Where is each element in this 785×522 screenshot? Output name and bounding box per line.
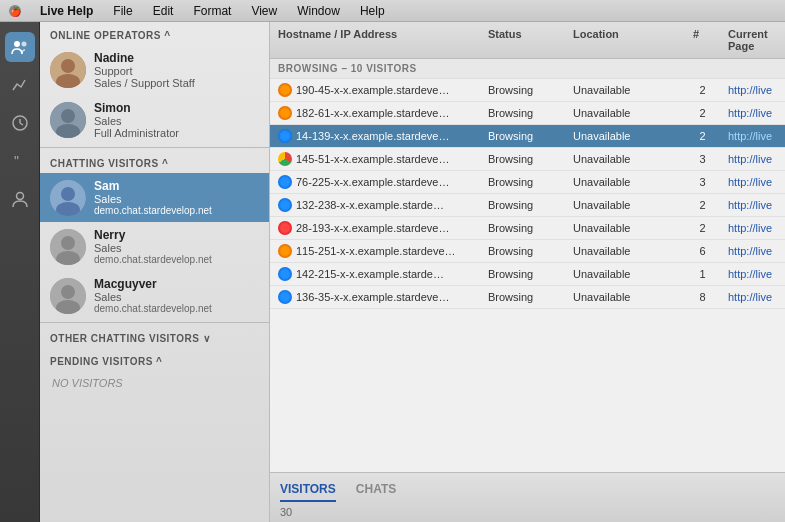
cell-page: http://live xyxy=(720,126,785,146)
cell-status: Browsing xyxy=(480,218,565,238)
operators-icon-btn[interactable] xyxy=(5,32,35,62)
cell-count: 2 xyxy=(685,103,720,123)
cell-page: http://live xyxy=(720,218,785,238)
visitor-macguyver-info: Macguyver Sales demo.chat.stardevelop.ne… xyxy=(94,277,212,314)
menubar: 🍎 Live Help File Edit Format View Window… xyxy=(0,0,785,22)
ie-icon xyxy=(278,290,292,304)
visitor-macguyver[interactable]: Macguyver Sales demo.chat.stardevelop.ne… xyxy=(40,271,269,320)
table-row[interactable]: 182-61-x-x.example.stardeve… Browsing Un… xyxy=(270,102,785,125)
visitor-sam[interactable]: Sam Sales demo.chat.stardevelop.net xyxy=(40,173,269,222)
ff-icon xyxy=(278,106,292,120)
operator-nadine-info: Nadine Support Sales / Support Staff xyxy=(94,51,195,89)
main-content: Hostname / IP Address Status Location # … xyxy=(270,22,785,522)
table-row[interactable]: 115-251-x-x.example.stardeve… Browsing U… xyxy=(270,240,785,263)
cell-count: 6 xyxy=(685,241,720,261)
th-page: Current Page xyxy=(720,26,785,54)
visitor-nerry-role: Sales xyxy=(94,242,212,254)
svg-text:🍎: 🍎 xyxy=(10,6,22,18)
operator-simon-info: Simon Sales Full Administrator xyxy=(94,101,179,139)
operator-nadine[interactable]: Nadine Support Sales / Support Staff xyxy=(40,45,269,95)
table-row[interactable]: 14-139-x-x.example.stardeve… Browsing Un… xyxy=(270,125,785,148)
svg-point-19 xyxy=(61,236,75,250)
cell-hostname: 145-51-x-x.example.stardeve… xyxy=(270,148,480,170)
cell-count: 3 xyxy=(685,149,720,169)
person-icon-btn[interactable] xyxy=(5,184,35,214)
menu-edit[interactable]: Edit xyxy=(151,4,176,18)
th-hash: # xyxy=(685,26,720,54)
menu-livehelp[interactable]: Live Help xyxy=(38,4,95,18)
visitor-sam-site: demo.chat.stardevelop.net xyxy=(94,205,212,216)
operator-simon[interactable]: Simon Sales Full Administrator xyxy=(40,95,269,145)
visitor-sam-role: Sales xyxy=(94,193,212,205)
cell-hostname: 115-251-x-x.example.stardeve… xyxy=(270,240,480,262)
cell-hostname: 14-139-x-x.example.stardeve… xyxy=(270,125,480,147)
visitor-count: 30 xyxy=(270,506,785,522)
cell-count: 2 xyxy=(685,80,720,100)
ff-icon xyxy=(278,244,292,258)
chatting-visitors-header: CHATTING VISITORS ^ xyxy=(40,150,269,173)
visitor-nerry-name: Nerry xyxy=(94,228,212,242)
table-row[interactable]: 142-215-x-x.example.starde… Browsing Una… xyxy=(270,263,785,286)
cell-page: http://live xyxy=(720,172,785,192)
pending-header: PENDING VISITORS ^ xyxy=(40,348,269,371)
quote-icon-btn[interactable]: " xyxy=(5,146,35,176)
divider-1 xyxy=(40,147,269,148)
cell-location: Unavailable xyxy=(565,195,685,215)
table-row[interactable]: 145-51-x-x.example.stardeve… Browsing Un… xyxy=(270,148,785,171)
cell-count: 1 xyxy=(685,264,720,284)
visitor-macguyver-site: demo.chat.stardevelop.net xyxy=(94,303,212,314)
cell-status: Browsing xyxy=(480,195,565,215)
cell-hostname: 132-238-x-x.example.starde… xyxy=(270,194,480,216)
menu-help[interactable]: Help xyxy=(358,4,387,18)
cell-count: 2 xyxy=(685,195,720,215)
cell-location: Unavailable xyxy=(565,218,685,238)
table-row[interactable]: 76-225-x-x.example.stardeve… Browsing Un… xyxy=(270,171,785,194)
table-row[interactable]: 136-35-x-x.example.stardeve… Browsing Un… xyxy=(270,286,785,309)
tab-chats[interactable]: CHATS xyxy=(356,478,396,502)
tab-visitors[interactable]: VISITORS xyxy=(280,478,336,502)
operator-nadine-extra: Sales / Support Staff xyxy=(94,77,195,89)
cell-status: Browsing xyxy=(480,287,565,307)
chrome-icon xyxy=(278,152,292,166)
browsing-section-header: BROWSING – 10 VISITORS xyxy=(270,59,785,79)
graph-icon-btn[interactable] xyxy=(5,70,35,100)
menu-view[interactable]: View xyxy=(249,4,279,18)
menu-file[interactable]: File xyxy=(111,4,134,18)
avatar-simon xyxy=(50,102,86,138)
clock-icon-btn[interactable] xyxy=(5,108,35,138)
visitor-nerry[interactable]: Nerry Sales demo.chat.stardevelop.net xyxy=(40,222,269,271)
cell-page: http://live xyxy=(720,287,785,307)
svg-point-10 xyxy=(61,59,75,73)
cell-hostname: 28-193-x-x.example.stardeve… xyxy=(270,217,480,239)
app-logo: 🍎 xyxy=(8,4,22,18)
operator-simon-role: Sales xyxy=(94,115,179,127)
cell-location: Unavailable xyxy=(565,103,685,123)
ie-icon xyxy=(278,198,292,212)
operator-simon-extra: Full Administrator xyxy=(94,127,179,139)
cell-page: http://live xyxy=(720,241,785,261)
cell-status: Browsing xyxy=(480,103,565,123)
menu-window[interactable]: Window xyxy=(295,4,342,18)
cell-status: Browsing xyxy=(480,264,565,284)
cell-location: Unavailable xyxy=(565,149,685,169)
cell-count: 8 xyxy=(685,287,720,307)
cell-status: Browsing xyxy=(480,149,565,169)
svg-point-13 xyxy=(61,109,75,123)
cell-count: 2 xyxy=(685,126,720,146)
table-row[interactable]: 28-193-x-x.example.stardeve… Browsing Un… xyxy=(270,217,785,240)
cell-page: http://live xyxy=(720,103,785,123)
table-row[interactable]: 132-238-x-x.example.starde… Browsing Una… xyxy=(270,194,785,217)
avatar-nadine xyxy=(50,52,86,88)
cell-status: Browsing xyxy=(480,172,565,192)
visitor-nerry-site: demo.chat.stardevelop.net xyxy=(94,254,212,265)
menu-format[interactable]: Format xyxy=(191,4,233,18)
ie-icon xyxy=(278,267,292,281)
avatar-macguyver xyxy=(50,278,86,314)
cell-page: http://live xyxy=(720,80,785,100)
tab-bar: VISITORS CHATS xyxy=(270,478,785,502)
icon-sidebar: " xyxy=(0,22,40,522)
cell-hostname: 76-225-x-x.example.stardeve… xyxy=(270,171,480,193)
cell-status: Browsing xyxy=(480,241,565,261)
table-row[interactable]: 190-45-x-x.example.stardeve… Browsing Un… xyxy=(270,79,785,102)
th-location: Location xyxy=(565,26,685,54)
